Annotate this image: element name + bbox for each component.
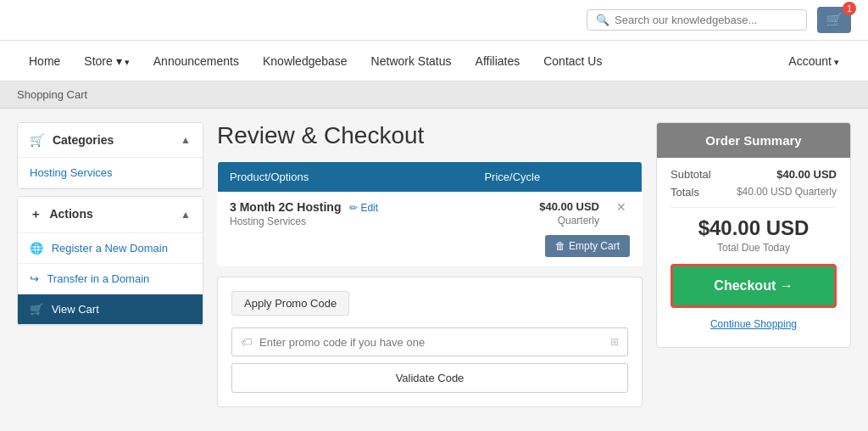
breadcrumb: Shopping Cart (0, 81, 868, 109)
promo-input[interactable] (259, 336, 610, 349)
edit-link[interactable]: ✏ Edit (349, 202, 378, 214)
product-name: 3 Month 2C Hosting (230, 200, 341, 214)
subtotal-value: $40.00 USD (776, 168, 837, 181)
nav-knowledgebase[interactable]: Knowledgebase (251, 42, 359, 80)
chevron-up-icon-2: ▲ (181, 209, 191, 221)
totals-label: Totals (670, 186, 699, 199)
nav-bar: Home Store ▾ Announcements Knowledgebase… (0, 41, 868, 81)
promo-icon: 🏷 (241, 335, 253, 349)
sidebar-categories-header[interactable]: 🛒 Categories ▲ (18, 123, 203, 158)
price-cell: $40.00 USD Quarterly ✕ 🗑 Empty Cart (472, 192, 642, 266)
nav-home[interactable]: Home (17, 42, 72, 80)
content-middle: Review & Checkout Product/Options Price/… (217, 122, 643, 407)
content-right: Review & Checkout Product/Options Price/… (217, 122, 851, 407)
sidebar-item-hosting-services[interactable]: Hosting Services (18, 158, 203, 188)
col-product: Product/Options (218, 162, 473, 193)
nav-announcements[interactable]: Announcements (142, 42, 251, 80)
sidebar-item-view-cart[interactable]: 🛒 View Cart (18, 294, 203, 325)
edit-label: Edit (360, 202, 378, 214)
summary-header: Order Summary (657, 123, 850, 158)
chevron-up-icon: ▲ (181, 134, 191, 146)
search-input[interactable] (615, 14, 798, 26)
validate-code-button[interactable]: Validate Code (231, 363, 628, 393)
totals-value: $40.00 USD Quarterly (737, 186, 837, 199)
product-cell: 3 Month 2C Hosting ✏ Edit Hosting Servic… (218, 192, 473, 266)
nav-contact-us[interactable]: Contact Us (531, 42, 614, 80)
nav-affiliates[interactable]: Affiliates (464, 42, 532, 80)
globe-icon: 🌐 (30, 242, 43, 255)
sidebar-item-register-domain[interactable]: 🌐 Register a New Domain (18, 233, 203, 264)
expand-icon: ⊞ (610, 336, 619, 348)
totals-row: Totals $40.00 USD Quarterly (670, 186, 837, 199)
transfer-domain-label: Transfer in a Domain (47, 272, 149, 285)
continue-shopping-link[interactable]: Continue Shopping (670, 315, 837, 337)
hosting-services-label: Hosting Services (30, 166, 113, 179)
sidebar-actions-header[interactable]: ＋ Actions ▲ (18, 197, 203, 233)
total-amount: $40.00 USD (670, 216, 837, 240)
summary-divider (670, 207, 837, 208)
cart-badge: 1 (843, 2, 856, 15)
order-summary: Order Summary Subtotal $40.00 USD Totals… (656, 122, 851, 407)
total-due-label: Total Due Today (670, 242, 837, 254)
empty-cart-button[interactable]: 🗑 Empty Cart (545, 235, 630, 257)
main-content: 🛒 Categories ▲ Hosting Services ＋ Action… (0, 109, 868, 421)
search-icon: 🔍 (596, 14, 609, 26)
subtotal-row: Subtotal $40.00 USD (670, 168, 837, 181)
col-price: Price/Cycle (472, 162, 642, 193)
remove-item-button[interactable]: ✕ (613, 200, 630, 214)
sidebar-categories-section: 🛒 Categories ▲ Hosting Services (17, 122, 203, 189)
nav-account-dropdown: Account (776, 42, 851, 80)
empty-cart-label: Empty Cart (569, 240, 620, 252)
register-domain-label: Register a New Domain (52, 242, 168, 255)
trash-icon: 🗑 (555, 240, 565, 252)
nav-network-status[interactable]: Network Status (359, 42, 464, 80)
page-title: Review & Checkout (217, 122, 643, 149)
table-row: 3 Month 2C Hosting ✏ Edit Hosting Servic… (218, 192, 643, 266)
promo-input-wrap: 🏷 ⊞ (231, 327, 628, 356)
plus-icon: ＋ (30, 207, 42, 221)
nav-account[interactable]: Account (776, 42, 851, 80)
price-amount: $40.00 USD (539, 200, 599, 213)
cart-button[interactable]: 🛒 1 (817, 7, 851, 33)
categories-label: Categories (53, 133, 114, 147)
search-wrapper: 🔍 (587, 9, 807, 31)
cart-table: Product/Options Price/Cycle 3 Month 2C H… (217, 161, 643, 266)
promo-tab[interactable]: Apply Promo Code (231, 291, 349, 316)
sidebar-item-transfer-domain[interactable]: ↪ Transfer in a Domain (18, 264, 203, 294)
promo-section: Apply Promo Code 🏷 ⊞ Validate Code (217, 277, 643, 407)
sidebar-actions-section: ＋ Actions ▲ 🌐 Register a New Domain ↪ Tr… (17, 196, 203, 326)
nav-store[interactable]: Store ▾ (72, 42, 141, 80)
view-cart-label: View Cart (52, 303, 99, 316)
price-cycle: Quarterly (539, 215, 599, 227)
actions-label: Actions (49, 207, 92, 221)
product-sub: Hosting Services (230, 216, 460, 227)
price-value: $40.00 USD Quarterly (539, 200, 599, 227)
cart-icon-2: 🛒 (30, 303, 43, 316)
cart-icon: 🛒 (30, 133, 44, 147)
sidebar: 🛒 Categories ▲ Hosting Services ＋ Action… (17, 122, 203, 407)
breadcrumb-text: Shopping Cart (17, 88, 87, 101)
checkout-button[interactable]: Checkout → (670, 264, 837, 308)
transfer-icon: ↪ (30, 272, 39, 285)
col-price-label: Price/Cycle (484, 171, 540, 183)
summary-body: Subtotal $40.00 USD Totals $40.00 USD Qu… (657, 158, 850, 347)
top-bar: 🔍 🛒 1 (0, 0, 868, 41)
nav-store-dropdown: Store ▾ (72, 42, 141, 80)
subtotal-label: Subtotal (670, 168, 711, 181)
summary-box: Order Summary Subtotal $40.00 USD Totals… (656, 122, 851, 348)
